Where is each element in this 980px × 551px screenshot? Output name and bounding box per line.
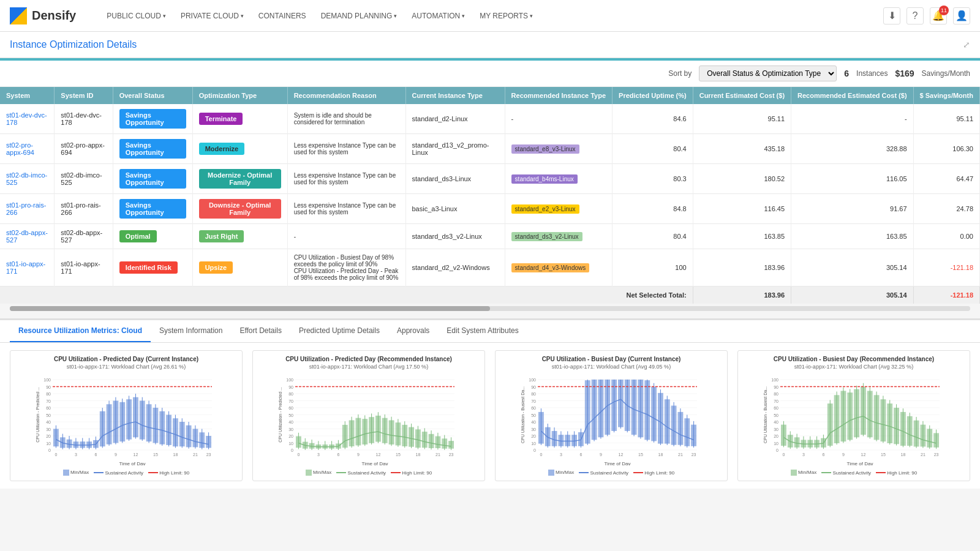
- svg-text:23: 23: [934, 452, 939, 457]
- user-icon[interactable]: 👤: [953, 7, 970, 24]
- cell-system[interactable]: st02-pro-appx-694: [0, 134, 55, 164]
- net-current-cost: 183.96: [693, 287, 791, 304]
- expand-icon[interactable]: ⤢: [963, 40, 970, 50]
- tabs-row: Resource Utilization Metrics: CloudSyste…: [0, 320, 980, 343]
- svg-text:CPU Utilization - Busiest Da..: CPU Utilization - Busiest Da...: [763, 386, 767, 443]
- download-icon[interactable]: ⬇: [883, 7, 900, 24]
- page-actions: ⤢: [963, 40, 970, 50]
- col-current-instance[interactable]: Current Instance Type: [405, 87, 505, 104]
- col-recommendation-reason[interactable]: Recommendation Reason: [287, 87, 405, 104]
- svg-text:12: 12: [134, 452, 138, 457]
- svg-text:100: 100: [529, 378, 536, 382]
- cell-system[interactable]: st02-db-appx-527: [0, 224, 55, 249]
- cell-overall-status: Savings Opportunity: [113, 104, 192, 134]
- cell-system[interactable]: st01-dev-dvc-178: [0, 104, 55, 134]
- svg-text:12: 12: [376, 452, 381, 457]
- cell-current-instance: standard_d13_v2_promo-Linux: [405, 134, 505, 164]
- table-row: st02-pro-appx-694 st02-pro-appx-694 Savi…: [0, 134, 980, 164]
- col-system[interactable]: System: [0, 87, 55, 104]
- sort-select[interactable]: Overall Status & Optimization Type: [699, 66, 837, 81]
- tab-4[interactable]: Approvals: [388, 320, 438, 342]
- table-row: st02-db-appx-527 st02-db-appx-527 Optima…: [0, 224, 980, 249]
- nav-demand-planning[interactable]: DEMAND PLANNING ▾: [315, 8, 404, 24]
- cell-opt-type: Modernize: [192, 134, 287, 164]
- cell-current-cost: 180.52: [693, 164, 791, 194]
- table-row: st02-db-imco-525 st02-db-imco-525 Saving…: [0, 164, 980, 194]
- cell-system-id: st02-db-imco-525: [55, 164, 113, 194]
- col-system-id[interactable]: System ID: [55, 87, 113, 104]
- cell-system[interactable]: st02-db-imco-525: [0, 164, 55, 194]
- logo-icon: [10, 7, 27, 24]
- nav-my-reports[interactable]: MY REPORTS ▾: [473, 8, 539, 24]
- svg-text:30: 30: [531, 427, 536, 432]
- svg-text:0: 0: [782, 452, 785, 457]
- svg-text:50: 50: [531, 413, 536, 418]
- table-row: st01-pro-rais-266 st01-pro-rais-266 Savi…: [0, 194, 980, 224]
- cell-system[interactable]: st01-io-appx-171: [0, 249, 55, 287]
- cell-overall-status: Optimal: [113, 224, 192, 249]
- svg-text:21: 21: [193, 452, 198, 457]
- svg-text:50: 50: [46, 413, 51, 418]
- notification-icon[interactable]: 🔔 11: [930, 7, 947, 24]
- svg-text:70: 70: [46, 399, 51, 403]
- cell-uptime: 84.6: [612, 104, 693, 134]
- svg-text:12: 12: [861, 452, 866, 457]
- cell-current-instance: standard_ds3-Linux: [405, 164, 505, 194]
- chevron-down-icon: ▾: [530, 13, 533, 19]
- svg-text:80: 80: [774, 392, 778, 396]
- cell-rec-cost: 305.14: [791, 249, 913, 287]
- nav-public-cloud[interactable]: PUBLIC CLOUD ▾: [100, 8, 172, 24]
- tab-3[interactable]: Predicted Uptime Details: [290, 320, 388, 342]
- svg-text:21: 21: [435, 452, 440, 457]
- page-title: Instance Optimization Details: [10, 39, 137, 50]
- cell-rec-instance: standard_ds3_v2-Linux: [505, 224, 612, 249]
- svg-text:15: 15: [881, 452, 886, 457]
- svg-text:70: 70: [288, 399, 293, 403]
- cell-savings: 106.30: [913, 134, 979, 164]
- svg-text:Time of Day: Time of Day: [605, 461, 631, 465]
- svg-text:15: 15: [638, 452, 643, 457]
- cell-rec-cost: 116.05: [791, 164, 913, 194]
- cell-rec-cost: -: [791, 104, 913, 134]
- col-predicted-uptime[interactable]: Predicted Uptime (%): [612, 87, 693, 104]
- svg-text:0: 0: [533, 448, 536, 452]
- svg-text:3: 3: [317, 452, 320, 457]
- col-optimization-type[interactable]: Optimization Type: [192, 87, 287, 104]
- col-savings[interactable]: $ Savings/Month: [913, 87, 979, 104]
- logo[interactable]: Densify: [10, 7, 76, 24]
- svg-text:40: 40: [774, 420, 778, 424]
- cell-uptime: 80.3: [612, 164, 693, 194]
- svg-text:70: 70: [531, 399, 536, 403]
- scrollbar-track: [10, 306, 970, 311]
- svg-text:80: 80: [531, 392, 536, 396]
- cell-system[interactable]: st01-pro-rais-266: [0, 194, 55, 224]
- cell-system-id: st02-pro-appx-694: [55, 134, 113, 164]
- nav-automation[interactable]: AUTOMATION ▾: [405, 8, 471, 24]
- instances-label: Instances: [856, 69, 888, 78]
- nav-containers[interactable]: CONTAINERS: [252, 8, 312, 24]
- cell-rec-instance: standard_e2_v3-Linux: [505, 194, 612, 224]
- tab-0[interactable]: Resource Utilization Metrics: Cloud: [10, 320, 151, 342]
- svg-text:23: 23: [206, 452, 211, 457]
- svg-text:50: 50: [288, 413, 293, 418]
- nav-private-cloud[interactable]: PRIVATE CLOUD ▾: [175, 8, 250, 24]
- svg-text:6: 6: [579, 452, 582, 457]
- svg-text:18: 18: [173, 452, 178, 457]
- svg-text:23: 23: [449, 452, 454, 457]
- cell-rec-cost: 328.88: [791, 134, 913, 164]
- horizontal-scrollbar[interactable]: [0, 304, 980, 313]
- tab-2[interactable]: Effort Details: [231, 320, 290, 342]
- tab-5[interactable]: Edit System Attributes: [438, 320, 527, 342]
- legend-hl-1: High Limit: 90: [391, 470, 432, 476]
- svg-text:70: 70: [774, 399, 778, 403]
- navigation: Densify PUBLIC CLOUD ▾ PRIVATE CLOUD ▾ C…: [0, 0, 980, 32]
- col-overall-status[interactable]: Overall Status: [113, 87, 192, 104]
- col-recommended-instance[interactable]: Recommended Instance Type: [505, 87, 612, 104]
- tab-1[interactable]: System Information: [151, 320, 231, 342]
- help-icon[interactable]: ?: [907, 7, 924, 24]
- col-current-cost[interactable]: Current Estimated Cost ($): [693, 87, 791, 104]
- scrollbar-thumb[interactable]: [10, 306, 490, 311]
- col-rec-cost[interactable]: Recommended Estimated Cost ($): [791, 87, 913, 104]
- cell-uptime: 100: [612, 249, 693, 287]
- cell-reason: Less expensive Instance Type can be used…: [287, 134, 405, 164]
